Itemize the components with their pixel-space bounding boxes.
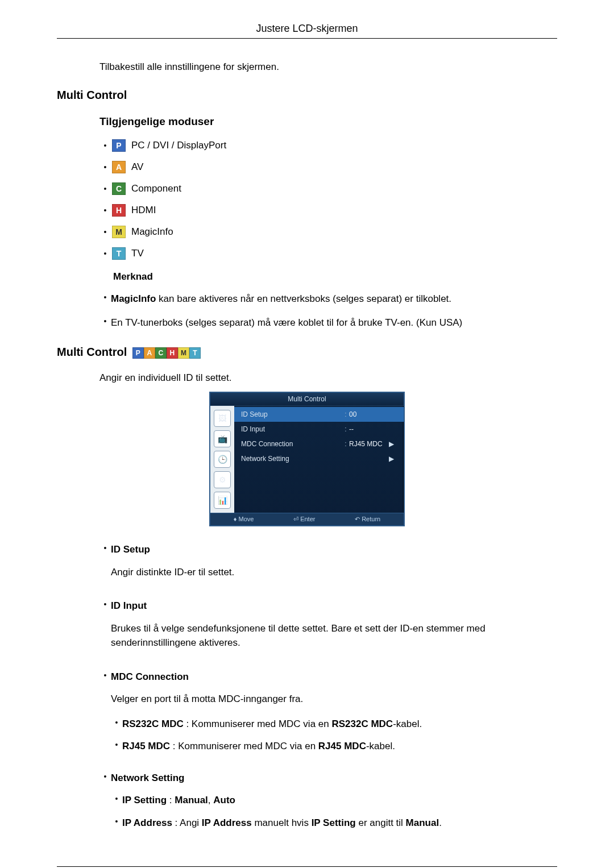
page-header: Justere LCD-skjermen (57, 23, 557, 39)
net-sublist: • IP Setting : Manual, Auto • IP Address… (111, 793, 557, 830)
detail-title: MDC Connection (111, 671, 189, 682)
mode-label: PC / DVI / DisplayPort (131, 140, 226, 151)
note-bold: MagicInfo (111, 293, 156, 304)
bullet-icon: • (99, 771, 111, 783)
note-heading: Merknad (113, 271, 557, 283)
mode-label: AV (131, 161, 143, 173)
osd-title: Multi Control (210, 393, 404, 406)
osd-row-value: -- (349, 425, 389, 433)
detail-mdc: • MDC Connection Velger en port til å mo… (99, 670, 557, 762)
mode-p-icon: P (132, 347, 144, 359)
bullet-icon: • (99, 315, 111, 327)
mode-item: • P PC / DVI / DisplayPort (99, 139, 557, 152)
detail-title: ID Input (111, 600, 147, 611)
bullet-icon: • (111, 739, 122, 751)
osd-sidebar: 🖼 📺 🕒 ⚙ 📊 (210, 406, 234, 513)
heading-text: Multi Control (57, 346, 127, 358)
detail-network: • Network Setting • IP Setting : Manual,… (99, 771, 557, 838)
bullet-icon: • (99, 163, 111, 172)
sub-item: • IP Setting : Manual, Auto (111, 793, 557, 808)
bullet-icon: • (99, 227, 111, 236)
note-text: MagicInfo kan bare aktiveres når en nett… (111, 292, 557, 306)
osd-row-label: ID Input (241, 425, 342, 433)
modes-list: • P PC / DVI / DisplayPort • A AV • C Co… (99, 139, 557, 260)
osd-row-id-input[interactable]: ID Input : -- (234, 422, 404, 437)
osd-row-value: 00 (349, 410, 389, 418)
osd-side-icon: 📺 (214, 430, 231, 447)
multi-control-heading-2: Multi Control P A C H M T (57, 346, 557, 359)
multi-control-heading: Multi Control (57, 89, 557, 102)
osd-hint-enter: ⏎ Enter (293, 516, 315, 523)
sub-text: RJ45 MDC : Kommuniserer med MDC via en R… (122, 739, 557, 754)
colon: : (342, 410, 349, 418)
osd-row-network[interactable]: Network Setting ▶ (234, 451, 404, 466)
bullet-icon: • (99, 141, 111, 150)
arrow-right-icon: ▶ (389, 455, 397, 463)
bullet-icon: • (99, 184, 111, 193)
osd-row-value: RJ45 MDC (349, 440, 389, 448)
mode-label: MagicInfo (131, 226, 173, 238)
mode-item: • T TV (99, 247, 557, 260)
sub-item: • IP Address : Angi IP Address manuelt h… (111, 816, 557, 830)
osd-row-mdc[interactable]: MDC Connection : RJ45 MDC ▶ (234, 437, 404, 451)
mode-a-icon: A (144, 347, 155, 359)
bullet-icon: • (111, 717, 122, 729)
notes-list: • MagicInfo kan bare aktiveres når en ne… (99, 292, 557, 330)
sub-text: IP Setting : Manual, Auto (122, 793, 557, 808)
details-list: • ID Setup Angir distinkte ID-er til set… (99, 542, 557, 838)
note-text: En TV-tunerboks (selges separat) må være… (111, 315, 557, 330)
mode-item: • A AV (99, 161, 557, 173)
osd-side-icon: 🖼 (214, 410, 231, 427)
colon: : (342, 440, 349, 448)
detail-desc: Brukes til å velge sendefunksjonene til … (111, 621, 557, 650)
detail-id-setup: • ID Setup Angir distinkte ID-er til set… (99, 542, 557, 589)
mode-label: HDMI (131, 205, 156, 216)
bullet-icon: • (111, 816, 122, 828)
osd-footer: ♦ Move ⏎ Enter ↶ Return (210, 513, 404, 525)
mode-m-icon: M (178, 347, 189, 359)
mode-m-icon: M (112, 226, 126, 238)
detail-desc: Velger en port til å motta MDC-innganger… (111, 692, 557, 707)
bullet-icon: • (99, 206, 111, 215)
mode-item: • C Component (99, 182, 557, 195)
detail-title: Network Setting (111, 773, 184, 783)
mode-a-icon: A (112, 161, 126, 173)
arrow-right-icon: ▶ (389, 440, 397, 448)
mode-c-icon: C (155, 347, 167, 359)
osd-row-id-setup[interactable]: ID Setup : 00 (234, 407, 404, 422)
mdc-sublist: • RS232C MDC : Kommuniserer med MDC via … (111, 717, 557, 754)
mode-t-icon: T (112, 247, 126, 260)
note-item: • En TV-tunerboks (selges separat) må væ… (99, 315, 557, 330)
bullet-icon: • (99, 670, 111, 682)
sub-item: • RJ45 MDC : Kommuniserer med MDC via en… (111, 739, 557, 754)
bullet-icon: • (99, 249, 111, 258)
mode-item: • H HDMI (99, 204, 557, 217)
detail-id-input: • ID Input Brukes til å velge sendefunks… (99, 599, 557, 661)
sub-item: • RS232C MDC : Kommuniserer med MDC via … (111, 717, 557, 732)
note-rest: kan bare aktiveres når en nettverksboks … (156, 293, 451, 304)
bullet-icon: • (99, 292, 111, 304)
mode-p-icon: P (112, 139, 126, 152)
detail-title: ID Setup (111, 544, 150, 555)
available-modes-heading: Tilgjengelige moduser (99, 115, 557, 128)
bullet-icon: • (99, 542, 111, 554)
osd-hint-return: ↶ Return (355, 516, 380, 523)
sub-text: IP Address : Angi IP Address manuelt hvi… (122, 816, 557, 830)
mode-t-icon: T (189, 347, 201, 359)
mode-h-icon: H (167, 347, 178, 359)
mode-c-icon: C (112, 182, 126, 195)
bullet-icon: • (111, 793, 122, 805)
osd-row-label: ID Setup (241, 410, 342, 418)
mode-label: TV (131, 248, 144, 259)
mode-h-icon: H (112, 204, 126, 217)
osd-main: ID Setup : 00 ID Input : -- MDC Connecti… (234, 406, 404, 513)
osd-hint-move: ♦ Move (234, 516, 254, 523)
intro-text: Tilbakestill alle innstillingene for skj… (99, 61, 557, 73)
bullet-icon: • (99, 599, 111, 610)
multi-control-desc: Angir en individuell ID til settet. (99, 372, 557, 384)
mode-item: • M MagicInfo (99, 226, 557, 238)
note-item: • MagicInfo kan bare aktiveres når en ne… (99, 292, 557, 306)
mode-icons-inline: P A C H M T (132, 347, 201, 359)
osd-row-label: Network Setting (241, 455, 342, 463)
colon: : (342, 425, 349, 433)
